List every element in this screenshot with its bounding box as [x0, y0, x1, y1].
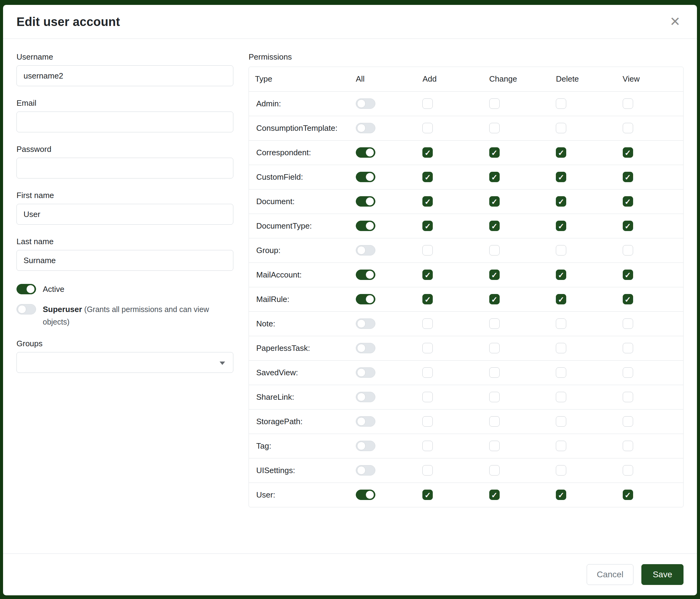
permission-change-checkbox[interactable]: ✓ [489, 294, 500, 304]
permission-view-checkbox[interactable] [623, 465, 633, 476]
permission-delete-checkbox[interactable] [556, 367, 566, 378]
permission-view-checkbox[interactable] [623, 441, 633, 451]
permission-delete-checkbox[interactable] [556, 441, 566, 451]
permission-add-checkbox[interactable] [422, 245, 433, 256]
permission-change-checkbox[interactable]: ✓ [489, 172, 500, 182]
permissions-table-body: Admin:ConsumptionTemplate:Correspondent:… [249, 91, 683, 507]
permission-delete-checkbox[interactable] [556, 123, 566, 133]
active-toggle[interactable] [17, 284, 36, 294]
permission-add-checkbox[interactable] [422, 465, 433, 476]
permission-change-checkbox[interactable] [489, 441, 500, 451]
permission-view-checkbox[interactable]: ✓ [623, 147, 633, 158]
permission-view-checkbox[interactable]: ✓ [623, 172, 633, 182]
permission-all-toggle[interactable] [356, 465, 375, 476]
permission-view-checkbox[interactable] [623, 392, 633, 402]
permission-add-checkbox[interactable] [422, 441, 433, 451]
permission-view-checkbox[interactable]: ✓ [623, 196, 633, 207]
permission-all-toggle[interactable] [356, 441, 375, 451]
close-icon[interactable]: ✕ [667, 14, 683, 30]
permission-all-toggle[interactable] [356, 416, 375, 427]
permission-change-checkbox[interactable] [489, 318, 500, 329]
permission-change-checkbox[interactable]: ✓ [489, 489, 500, 500]
permission-change-checkbox[interactable]: ✓ [489, 147, 500, 158]
permission-add-checkbox[interactable]: ✓ [422, 294, 433, 304]
permission-delete-checkbox[interactable] [556, 392, 566, 402]
email-field[interactable] [17, 112, 233, 132]
permission-add-checkbox[interactable]: ✓ [422, 269, 433, 280]
first-name-field[interactable] [17, 204, 233, 224]
permission-change-checkbox[interactable] [489, 98, 500, 109]
permission-add-checkbox[interactable]: ✓ [422, 489, 433, 500]
password-field[interactable] [17, 158, 233, 178]
permission-view-checkbox[interactable] [623, 123, 633, 133]
superuser-toggle[interactable] [17, 304, 36, 314]
permission-delete-checkbox[interactable] [556, 465, 566, 476]
permission-all-toggle[interactable] [356, 489, 375, 500]
groups-select[interactable] [17, 352, 233, 373]
permission-add-checkbox[interactable]: ✓ [422, 221, 433, 231]
permission-add-checkbox[interactable] [422, 416, 433, 427]
cancel-button[interactable]: Cancel [587, 564, 633, 585]
permission-change-checkbox[interactable] [489, 367, 500, 378]
permission-add-checkbox[interactable]: ✓ [422, 172, 433, 182]
permission-all-toggle[interactable] [356, 343, 375, 353]
permission-view-checkbox[interactable] [623, 416, 633, 427]
permission-all-toggle[interactable] [356, 221, 375, 231]
permission-delete-checkbox[interactable]: ✓ [556, 489, 566, 500]
permission-delete-checkbox[interactable]: ✓ [556, 294, 566, 304]
permission-delete-checkbox[interactable] [556, 245, 566, 256]
permission-delete-checkbox[interactable]: ✓ [556, 269, 566, 280]
permission-add-checkbox[interactable] [422, 123, 433, 133]
permission-view-checkbox[interactable]: ✓ [623, 221, 633, 231]
permission-change-checkbox[interactable] [489, 416, 500, 427]
permission-change-checkbox[interactable] [489, 465, 500, 476]
permission-all-toggle[interactable] [356, 269, 375, 280]
permission-change-checkbox[interactable] [489, 343, 500, 353]
permission-view-checkbox[interactable]: ✓ [623, 294, 633, 304]
permission-view-checkbox[interactable] [623, 343, 633, 353]
permission-all-toggle[interactable] [356, 147, 375, 158]
save-button[interactable]: Save [641, 564, 683, 585]
permission-all-toggle[interactable] [356, 367, 375, 378]
permission-add-checkbox[interactable] [422, 343, 433, 353]
permission-view-checkbox[interactable]: ✓ [623, 489, 633, 500]
permission-change-checkbox[interactable]: ✓ [489, 196, 500, 207]
permission-change-checkbox[interactable] [489, 392, 500, 402]
permission-add-checkbox[interactable] [422, 318, 433, 329]
column-header-type: Type [249, 67, 350, 91]
permission-all-toggle[interactable] [356, 392, 375, 402]
permission-change-checkbox[interactable]: ✓ [489, 221, 500, 231]
permission-all-toggle[interactable] [356, 196, 375, 207]
permission-view-checkbox[interactable] [623, 98, 633, 109]
permission-delete-checkbox[interactable] [556, 343, 566, 353]
permission-all-toggle[interactable] [356, 318, 375, 329]
permission-view-checkbox[interactable] [623, 245, 633, 256]
permission-type-label: UISettings: [249, 458, 350, 483]
permission-add-checkbox[interactable] [422, 367, 433, 378]
permission-delete-checkbox[interactable]: ✓ [556, 221, 566, 231]
permission-all-toggle[interactable] [356, 172, 375, 182]
permission-delete-checkbox[interactable]: ✓ [556, 196, 566, 207]
permission-delete-checkbox[interactable]: ✓ [556, 147, 566, 158]
permission-add-checkbox[interactable] [422, 392, 433, 402]
permission-view-checkbox[interactable] [623, 318, 633, 329]
permission-change-checkbox[interactable]: ✓ [489, 269, 500, 280]
username-input[interactable] [17, 65, 233, 86]
permission-delete-checkbox[interactable]: ✓ [556, 172, 566, 182]
permission-view-checkbox[interactable] [623, 367, 633, 378]
permission-all-toggle[interactable] [356, 98, 375, 109]
permission-all-toggle[interactable] [356, 245, 375, 256]
permission-change-checkbox[interactable] [489, 123, 500, 133]
permission-all-toggle[interactable] [356, 294, 375, 304]
permission-change-checkbox[interactable] [489, 245, 500, 256]
permission-delete-checkbox[interactable] [556, 416, 566, 427]
permission-all-toggle[interactable] [356, 123, 375, 133]
permission-add-checkbox[interactable]: ✓ [422, 147, 433, 158]
last-name-field[interactable] [17, 250, 233, 271]
superuser-toggle-row: Superuser (Grants all permissions and ca… [17, 303, 233, 328]
permission-delete-checkbox[interactable] [556, 318, 566, 329]
permission-add-checkbox[interactable]: ✓ [422, 196, 433, 207]
permission-add-checkbox[interactable] [422, 98, 433, 109]
permission-delete-checkbox[interactable] [556, 98, 566, 109]
permission-view-checkbox[interactable]: ✓ [623, 269, 633, 280]
